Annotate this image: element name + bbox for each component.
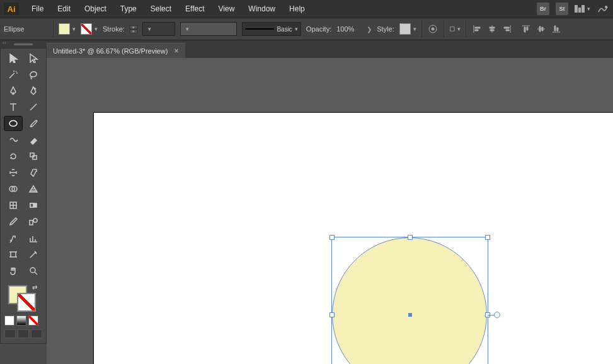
perspective-grid-tool[interactable] bbox=[25, 182, 42, 196]
brush-definition-dropdown[interactable]: Basic▾ bbox=[242, 22, 301, 36]
width-tool[interactable] bbox=[4, 166, 22, 179]
color-fill-button[interactable] bbox=[4, 316, 14, 326]
svg-point-13 bbox=[33, 219, 37, 222]
zoom-tool[interactable] bbox=[25, 264, 42, 278]
line-tool[interactable] bbox=[25, 100, 42, 114]
divider bbox=[53, 20, 54, 38]
hand-tool[interactable] bbox=[4, 264, 22, 278]
menu-effect[interactable]: Effect bbox=[179, 2, 210, 16]
control-bar: Ellipse ▾ ▾ Stroke: ▴▾ ▾ ▾ Basic▾ Opacit… bbox=[0, 18, 613, 40]
bridge-icon[interactable]: Br bbox=[537, 3, 549, 15]
align-right-button[interactable] bbox=[501, 23, 513, 35]
ellipse-tool[interactable] bbox=[4, 117, 22, 130]
resize-handle-ml[interactable] bbox=[329, 312, 335, 317]
fill-swatch-dropdown[interactable]: ▾ bbox=[59, 23, 76, 35]
menu-help[interactable]: Help bbox=[283, 2, 311, 16]
blend-tool[interactable] bbox=[25, 215, 42, 229]
draw-mode-row bbox=[4, 329, 42, 338]
document-tab[interactable]: Untitled-3* @ 66.67% (RGB/Preview) × bbox=[47, 43, 185, 58]
column-graph-tool[interactable] bbox=[25, 231, 42, 245]
fill-swatch-icon bbox=[59, 23, 70, 35]
artboard[interactable] bbox=[93, 112, 613, 364]
align-left-button[interactable] bbox=[471, 23, 483, 35]
direct-selection-tool[interactable] bbox=[25, 51, 42, 65]
menu-edit[interactable]: Edit bbox=[51, 2, 77, 16]
canvas-area[interactable] bbox=[47, 58, 613, 364]
stroke-color-icon[interactable] bbox=[17, 293, 36, 312]
lasso-tool[interactable] bbox=[25, 67, 42, 81]
opacity-label: Opacity: bbox=[306, 25, 331, 33]
stroke-weight-dropdown[interactable]: ▾ bbox=[142, 22, 175, 36]
artboard-tool[interactable] bbox=[4, 247, 22, 261]
slice-tool[interactable] bbox=[25, 247, 42, 261]
menu-file[interactable]: File bbox=[25, 2, 50, 16]
gradient-fill-button[interactable] bbox=[16, 316, 26, 326]
paintbrush-tool[interactable] bbox=[25, 117, 42, 130]
menu-select[interactable]: Select bbox=[144, 2, 178, 16]
menu-object[interactable]: Object bbox=[78, 2, 113, 16]
align-bottom-button[interactable] bbox=[551, 23, 562, 35]
chevron-down-icon: ▾ bbox=[413, 26, 416, 32]
selection-bounding-box[interactable] bbox=[331, 237, 488, 364]
menu-view[interactable]: View bbox=[212, 2, 241, 16]
close-icon[interactable]: × bbox=[174, 47, 179, 55]
free-transform-tool[interactable] bbox=[25, 166, 42, 179]
none-fill-button[interactable] bbox=[28, 316, 38, 326]
svg-point-15 bbox=[30, 268, 35, 273]
opacity-value[interactable]: 100% bbox=[336, 25, 362, 33]
menu-window[interactable]: Window bbox=[242, 2, 282, 16]
style-label: Style: bbox=[377, 25, 394, 33]
fill-stroke-swatch[interactable]: ⇄ bbox=[4, 284, 42, 312]
opacity-expand-icon[interactable]: ❯ bbox=[367, 26, 372, 33]
draw-inside-button[interactable] bbox=[31, 329, 42, 338]
active-tool-label: Ellipse bbox=[4, 25, 48, 33]
variable-width-profile-dropdown[interactable]: ▾ bbox=[180, 22, 237, 36]
graphic-style-dropdown[interactable]: ▾ bbox=[399, 23, 416, 35]
shaper-tool[interactable] bbox=[4, 133, 22, 147]
svg-rect-12 bbox=[30, 220, 33, 225]
chevron-down-icon: ▾ bbox=[457, 26, 461, 32]
stock-icon[interactable]: St bbox=[556, 3, 568, 15]
gradient-tool[interactable] bbox=[25, 198, 42, 212]
resize-handle-tm[interactable] bbox=[408, 235, 413, 240]
align-center-h-button[interactable] bbox=[486, 23, 498, 35]
recolor-artwork-button[interactable] bbox=[427, 23, 438, 35]
align-to-dropdown[interactable]: ▾ bbox=[449, 23, 461, 35]
chevron-down-icon: ▾ bbox=[295, 26, 298, 32]
symbol-sprayer-tool[interactable] bbox=[4, 231, 22, 245]
divider bbox=[421, 20, 422, 38]
scale-tool[interactable] bbox=[25, 149, 42, 163]
selection-tool[interactable] bbox=[4, 51, 22, 65]
stroke-weight-spinner[interactable]: ▴▾ bbox=[130, 25, 137, 33]
align-center-v-button[interactable] bbox=[536, 23, 547, 35]
align-top-button[interactable] bbox=[520, 23, 532, 35]
draw-behind-button[interactable] bbox=[18, 329, 29, 338]
pie-widget-handle[interactable] bbox=[494, 312, 500, 318]
pen-tool[interactable] bbox=[4, 84, 22, 98]
eyedropper-tool[interactable] bbox=[4, 215, 22, 229]
curvature-tool[interactable] bbox=[25, 84, 42, 98]
draw-normal-button[interactable] bbox=[4, 329, 16, 338]
resize-handle-tr[interactable] bbox=[485, 235, 490, 240]
document-tabs: Untitled-3* @ 66.67% (RGB/Preview) × bbox=[47, 40, 613, 58]
svg-rect-5 bbox=[30, 153, 34, 157]
menu-type[interactable]: Type bbox=[114, 2, 143, 16]
svg-rect-6 bbox=[33, 156, 37, 159]
selection-center-point[interactable] bbox=[408, 313, 412, 317]
tools-collapse-handle[interactable] bbox=[0, 40, 47, 48]
style-swatch-icon bbox=[399, 23, 411, 35]
arrange-documents-button[interactable]: ▾ bbox=[575, 5, 590, 13]
shape-builder-tool[interactable] bbox=[4, 182, 22, 196]
magic-wand-tool[interactable] bbox=[4, 67, 22, 81]
rotate-tool[interactable] bbox=[4, 149, 22, 163]
eraser-tool[interactable] bbox=[25, 133, 42, 147]
menubar: AiFileEditObjectTypeSelectEffectViewWind… bbox=[0, 0, 613, 18]
mesh-tool[interactable] bbox=[4, 198, 22, 212]
tools-panel: ⇄ bbox=[0, 48, 47, 344]
gpu-performance-icon[interactable] bbox=[597, 3, 609, 15]
type-tool[interactable] bbox=[4, 100, 22, 114]
swap-fill-stroke-icon[interactable]: ⇄ bbox=[32, 284, 37, 291]
brush-name: Basic bbox=[277, 26, 292, 33]
stroke-swatch-dropdown[interactable]: ▾ bbox=[81, 23, 98, 35]
resize-handle-tl[interactable] bbox=[329, 235, 335, 240]
